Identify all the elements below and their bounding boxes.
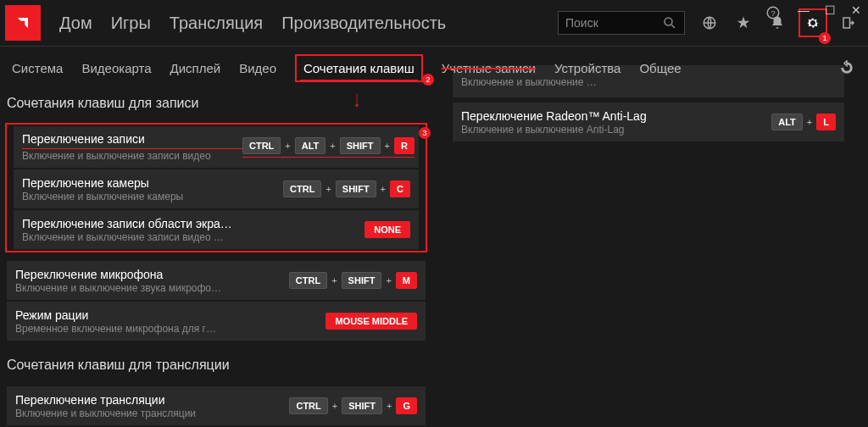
highlighted-group: 3 Переключение записи Включение и выключ…	[5, 123, 427, 252]
subnav-video[interactable]: Видео	[239, 61, 276, 75]
subnav-devices[interactable]: Устройства	[554, 61, 620, 75]
hotkey-title: Переключение камеры	[22, 176, 242, 190]
hotkey-combo[interactable]: CTRL+SHIFT+C	[283, 180, 410, 197]
svg-line-1	[671, 25, 675, 28]
key-alt: ALT	[771, 114, 803, 130]
hotkey-row[interactable]: Переключение записи области экра… Включе…	[14, 210, 419, 249]
subnav-display[interactable]: Дисплей	[170, 61, 221, 75]
key-none: NONE	[364, 221, 410, 238]
title-tabs: Дом Игры Трансляция Производительность	[59, 14, 446, 33]
hotkey-row[interactable]: Режим рации Временное включение микрофон…	[7, 302, 426, 341]
plus-separator: +	[383, 141, 392, 151]
key-m: M	[396, 272, 417, 289]
hotkey-title: Переключение Radeon™ Anti-Lag	[461, 109, 715, 123]
hotkey-subtitle: Включение и выключение камеры	[22, 191, 242, 202]
hotkey-subtitle: Включение и выключение записи видео …	[22, 231, 242, 243]
hotkey-subtitle: Включение и выключение звука микрофо…	[15, 282, 236, 294]
close-button[interactable]: ✕	[851, 3, 861, 22]
hotkey-combo[interactable]: MOUSE MIDDLE	[326, 313, 417, 330]
hotkey-row[interactable]: Переключение записи Включение и выключен…	[14, 126, 419, 168]
hotkey-combo[interactable]: CTRL+ALT+SHIFT+R	[242, 137, 415, 158]
tab-home[interactable]: Дом	[59, 14, 92, 33]
key-g: G	[396, 397, 417, 414]
star-icon[interactable]	[734, 14, 753, 32]
settings-subnav: Система Видеокарта Дисплей Видео Сочетан…	[0, 47, 868, 89]
hotkey-subtitle: Включение и выключение трансляции	[15, 408, 236, 419]
plus-separator: +	[330, 275, 338, 286]
subnav-gpu[interactable]: Видеокарта	[81, 61, 151, 75]
hotkey-combo[interactable]: CTRL+SHIFT+M	[289, 272, 417, 289]
hotkey-title: Переключение микрофона	[15, 268, 236, 281]
plus-separator: +	[384, 275, 392, 286]
key-alt: ALT	[295, 137, 326, 154]
hotkey-row[interactable]: Переключение камеры Включение и выключен…	[14, 169, 419, 208]
subnav-system[interactable]: Система	[12, 61, 63, 75]
tab-games[interactable]: Игры	[111, 14, 151, 33]
hotkey-row[interactable]: Переключение Radeon™ Anti-Lag Включение …	[453, 103, 844, 141]
plus-separator: +	[331, 401, 339, 411]
svg-point-0	[665, 18, 672, 25]
key-ctrl: CTRL	[289, 397, 327, 414]
globe-icon[interactable]	[700, 14, 719, 32]
amd-logo	[5, 5, 41, 41]
tab-broadcast[interactable]: Трансляция	[170, 14, 263, 33]
key-shift: SHIFT	[336, 180, 376, 197]
hotkey-combo[interactable]: CTRL+SHIFT+G	[289, 397, 417, 414]
subnav-general[interactable]: Общее	[639, 61, 681, 75]
hotkey-subtitle: Включение и выключение записи видео	[22, 150, 242, 162]
key-ctrl: CTRL	[289, 272, 327, 289]
badge-1: 1	[819, 32, 831, 44]
subnav-hotkeys[interactable]: Сочетания клавиш	[295, 54, 423, 82]
hotkey-combo[interactable]: ALT+L	[771, 114, 836, 130]
search-icon	[662, 15, 677, 30]
key-shift: SHIFT	[340, 137, 381, 154]
plus-separator: +	[324, 184, 332, 194]
subnav-accounts[interactable]: Учетные записи	[442, 61, 536, 75]
reset-icon[interactable]	[837, 58, 856, 77]
section-recording-title: Сочетания клавиш для записи	[0, 89, 432, 123]
hotkey-combo[interactable]: NONE	[364, 221, 410, 238]
hotkey-row[interactable]: Переключение трансляции Включение и выкл…	[7, 386, 426, 425]
hotkey-title: Режим рации	[15, 308, 236, 322]
plus-separator: +	[283, 141, 292, 151]
key-ctrl: CTRL	[283, 180, 321, 197]
plus-separator: +	[385, 401, 393, 411]
plus-separator: +	[328, 141, 337, 151]
key-c: C	[390, 180, 410, 197]
hotkey-subtitle: Временное включение микрофона для г…	[15, 323, 236, 335]
search-input[interactable]: Поиск	[558, 11, 685, 35]
svg-text:?: ?	[771, 8, 776, 18]
minimize-button[interactable]: —	[798, 3, 810, 22]
maximize-button[interactable]: ☐	[825, 3, 836, 22]
hotkey-subtitle: Включение и выключение Anti-Lag	[461, 124, 715, 136]
key-mouse-middle: MOUSE MIDDLE	[326, 313, 417, 330]
hotkey-title: Переключение записи области экра…	[22, 217, 242, 230]
section-broadcast-title: Сочетания клавиш для трансляции	[0, 351, 432, 385]
search-placeholder: Поиск	[565, 16, 598, 30]
plus-separator: +	[379, 184, 387, 194]
hotkey-title: Переключение записи	[22, 132, 242, 149]
key-r: R	[394, 137, 415, 154]
key-shift: SHIFT	[342, 397, 382, 414]
plus-separator: +	[805, 117, 814, 127]
badge-3: 3	[419, 127, 431, 139]
badge-2: 2	[422, 74, 434, 86]
hotkey-title: Переключение трансляции	[15, 393, 236, 407]
hotkey-row[interactable]: Переключение микрофона Включение и выклю…	[7, 261, 426, 300]
tab-performance[interactable]: Производительность	[281, 14, 446, 33]
help-icon[interactable]: ?	[764, 3, 782, 22]
key-ctrl: CTRL	[242, 137, 281, 154]
amd-arrow-icon	[15, 15, 31, 30]
annotation-arrow-down	[349, 93, 364, 113]
key-shift: SHIFT	[342, 272, 382, 289]
key-l: L	[816, 114, 836, 130]
